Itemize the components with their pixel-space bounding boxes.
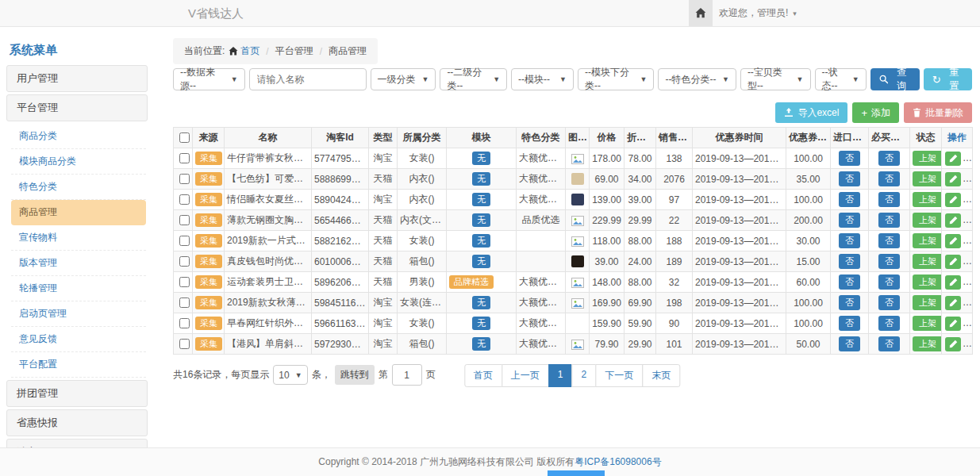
import-toggle-button[interactable]: 否 [839, 336, 860, 351]
sidebar: 系统菜单 用户管理平台管理商品分类模块商品分类特色分类商品管理宣传物料版本管理轮… [0, 36, 154, 448]
row-checkbox[interactable] [179, 236, 190, 246]
sidebar-group-item[interactable]: 省惠快报 [6, 409, 148, 436]
pager-item[interactable]: 首页 [464, 364, 502, 387]
icp-link[interactable]: 粤ICP备16098006号 [575, 455, 661, 469]
edit-button[interactable] [945, 193, 961, 207]
filter-select[interactable]: --特色分类--▼ [658, 68, 736, 90]
must-buy-toggle-button[interactable]: 否 [878, 336, 900, 351]
data-source-select[interactable]: --数据来源-- ▼ [173, 68, 245, 90]
import-toggle-button[interactable]: 否 [839, 213, 860, 227]
row-checkbox[interactable] [179, 277, 190, 287]
sidebar-group-item[interactable]: 拼团管理 [6, 380, 148, 407]
jump-button[interactable]: 跳转到 [335, 365, 375, 385]
status-button[interactable]: 上架 [913, 171, 942, 186]
reset-button[interactable]: ↻ 重置 [924, 68, 972, 90]
status-button[interactable]: 上架 [913, 233, 942, 248]
sidebar-sub-item[interactable]: 商品管理 [11, 200, 146, 225]
row-checkbox[interactable] [179, 339, 190, 349]
user-menu[interactable]: 欢迎您，管理员! ▾ [719, 0, 797, 26]
sidebar-sub-item[interactable]: 版本管理 [11, 251, 146, 276]
breadcrumb-home-link[interactable]: 首页 [240, 44, 259, 58]
edit-button[interactable] [945, 234, 961, 248]
name-input[interactable] [249, 68, 367, 90]
must-buy-toggle-button[interactable]: 否 [878, 151, 900, 165]
pager-item[interactable]: 下一页 [595, 364, 643, 387]
status-button[interactable]: 上架 [913, 295, 942, 309]
status-cell: 上架 [910, 169, 942, 190]
filter-select[interactable]: 一级分类▼ [371, 68, 436, 90]
pager-item[interactable]: 上一页 [502, 364, 549, 387]
import-excel-button[interactable]: 导入excel [775, 102, 847, 123]
search-button[interactable]: 查询 [870, 68, 920, 90]
import-toggle-button[interactable]: 否 [839, 274, 860, 289]
must-buy-toggle-button[interactable]: 否 [878, 254, 900, 268]
edit-button[interactable] [945, 172, 961, 186]
edit-button[interactable] [945, 213, 961, 228]
row-checkbox[interactable] [179, 194, 190, 205]
edit-button[interactable] [945, 152, 961, 166]
import-toggle-button[interactable]: 否 [839, 254, 860, 268]
page-size-select[interactable]: 10 ▼ [273, 365, 307, 385]
must-buy-toggle-button[interactable]: 否 [878, 213, 900, 227]
sidebar-group-item[interactable]: 平台管理 [6, 94, 148, 121]
filter-select[interactable]: --状态--▼ [815, 68, 867, 90]
edit-button[interactable] [945, 255, 961, 269]
import-toggle-button[interactable]: 否 [839, 151, 860, 165]
module-badge: 无 [472, 296, 490, 310]
edit-button[interactable] [945, 337, 961, 351]
sidebar-sub-item[interactable]: 特色分类 [11, 175, 146, 200]
price-cell: 178.00 [590, 148, 625, 169]
pager-item[interactable]: 2 [572, 364, 597, 387]
batch-delete-button[interactable]: 批量删除 [904, 102, 972, 123]
filter-select[interactable]: --模块--▼ [511, 68, 574, 90]
row-checkbox[interactable] [179, 153, 190, 163]
import-toggle-button[interactable]: 否 [839, 233, 860, 248]
operations-cell [942, 251, 973, 272]
row-checkbox[interactable] [179, 256, 190, 267]
row-checkbox[interactable] [179, 318, 190, 328]
pager-item[interactable]: 末页 [642, 364, 680, 387]
import-toggle-button[interactable]: 否 [839, 192, 860, 206]
jump-page-input[interactable] [392, 364, 422, 386]
status-button[interactable]: 上架 [913, 213, 942, 227]
status-button[interactable]: 上架 [913, 254, 942, 268]
filter-select[interactable]: --模块下分类--▼ [578, 68, 655, 90]
row-checkbox[interactable] [179, 215, 190, 225]
sidebar-sub-item[interactable]: 模块商品分类 [11, 149, 146, 175]
sidebar-sub-item[interactable]: 商品分类 [11, 124, 146, 149]
sidebar-sub-item[interactable]: 宣传物料 [11, 225, 146, 251]
sidebar-sub-item[interactable]: 意见反馈 [11, 327, 146, 352]
must-buy-cell: 否 [869, 231, 910, 251]
select-value: --特色分类-- [665, 73, 716, 86]
must-buy-toggle-button[interactable]: 否 [878, 316, 900, 330]
filter-select[interactable]: --宝贝类型--▼ [740, 68, 811, 90]
select-all-checkbox[interactable] [179, 132, 190, 143]
edit-button[interactable] [945, 275, 961, 290]
status-button[interactable]: 上架 [913, 274, 942, 289]
add-button[interactable]: + 添加 [852, 102, 899, 123]
home-button[interactable] [689, 0, 713, 26]
filter-select[interactable]: --二级分类--▼ [440, 68, 507, 90]
status-button[interactable]: 上架 [913, 336, 942, 351]
import-toggle-button[interactable]: 否 [839, 316, 860, 330]
pager-item[interactable]: 1 [548, 364, 573, 387]
must-buy-toggle-button[interactable]: 否 [878, 171, 900, 186]
must-buy-toggle-button[interactable]: 否 [878, 295, 900, 309]
edit-button[interactable] [945, 317, 961, 331]
sidebar-sub-item[interactable]: 启动页管理 [11, 301, 146, 327]
status-button[interactable]: 上架 [913, 316, 942, 330]
must-buy-toggle-button[interactable]: 否 [878, 192, 900, 206]
import-toggle-button[interactable]: 否 [839, 295, 860, 309]
sidebar-group-item[interactable]: 用户管理 [6, 65, 148, 92]
row-checkbox[interactable] [179, 174, 190, 184]
status-button[interactable]: 上架 [913, 192, 942, 206]
edit-button[interactable] [945, 296, 961, 310]
import-toggle-button[interactable]: 否 [839, 171, 860, 186]
must-buy-toggle-button[interactable]: 否 [878, 274, 900, 289]
must-buy-toggle-button[interactable]: 否 [878, 233, 900, 248]
sidebar-sub-item[interactable]: 平台配置 [11, 352, 146, 378]
sidebar-sub-item[interactable]: 轮播管理 [11, 276, 146, 301]
status-button[interactable]: 上架 [913, 151, 942, 165]
module-badge: 无 [472, 152, 490, 166]
row-checkbox[interactable] [179, 298, 190, 308]
